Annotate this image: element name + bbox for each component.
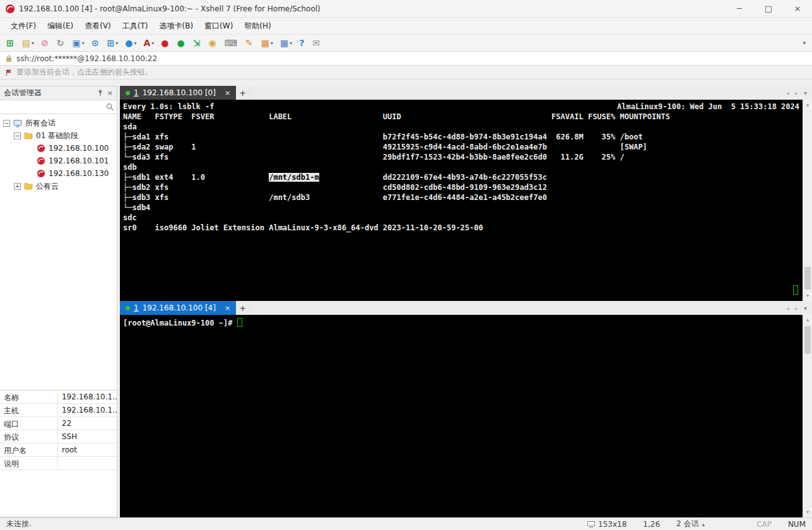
session-search-input[interactable] [3, 102, 106, 113]
property-label: 说明 [0, 457, 58, 469]
dropdown-arrow-icon: ▾ [82, 40, 85, 46]
layout-button[interactable]: ▦▾ [278, 37, 295, 49]
connected-dot-icon [126, 91, 130, 95]
lock-screen-button[interactable]: ◉ [206, 37, 220, 49]
tree-item-session[interactable]: 192.168.10.101 [0, 155, 117, 167]
tree-item-label: 所有会话 [25, 118, 56, 129]
watch-header: Every 1.0s: lsblk -f AlmaLinux9-100: Wed… [120, 100, 812, 112]
scroll-down-icon[interactable]: ▼ [803, 292, 812, 300]
menu-view[interactable]: 查看(V) [79, 18, 117, 34]
scroll-up-icon[interactable]: ▲ [803, 100, 812, 109]
tab-scroll-left-icon[interactable]: ◂ [786, 305, 789, 312]
tab-scroll-right-icon[interactable]: ▸ [795, 305, 798, 312]
new-session-button[interactable]: ⊞ [4, 37, 18, 49]
menu-tools[interactable]: 工具(T) [117, 18, 154, 34]
toolbar-overflow-button[interactable]: ▾ [803, 40, 808, 46]
toolbar-glyph-icon: ⊞ [107, 38, 114, 47]
scroll-down-icon[interactable]: ▼ [803, 508, 812, 517]
virtual-keyboard-button[interactable]: ⌨ [222, 37, 241, 49]
sessions-popup-icon[interactable]: ▴ [702, 521, 705, 527]
tab-label: 192.168.10.100 [0] [143, 88, 216, 97]
search-icon[interactable] [106, 103, 114, 111]
menu-help[interactable]: 帮助(H) [238, 18, 276, 34]
xshell-button[interactable]: ● [158, 37, 172, 49]
pin-icon[interactable] [97, 90, 103, 97]
tab-list-dropdown-icon[interactable]: ▾ [804, 90, 807, 97]
tab-number: 1 [134, 303, 139, 312]
property-label: 主机 [0, 404, 58, 416]
disconnect-button[interactable]: ⊘ [38, 37, 52, 49]
scrollbar-thumb[interactable] [804, 267, 811, 290]
address-bar: ssh://root:******@192.168.10.100:22 [0, 52, 812, 66]
tree-item-session[interactable]: 192.168.10.130 [0, 167, 117, 180]
font-button[interactable]: A▾ [141, 37, 156, 49]
property-row: 用户名 root [0, 444, 117, 457]
reconnect-button[interactable]: ↻ [54, 37, 68, 49]
tab-scroll-left-icon[interactable]: ◂ [786, 90, 789, 97]
terminal-cursor [237, 318, 242, 327]
menu-file[interactable]: 文件(F) [5, 18, 42, 34]
feedback-button[interactable]: ✉ [310, 37, 324, 49]
compose-button[interactable]: ✎ [243, 37, 257, 49]
tab-close-icon[interactable]: × [220, 89, 230, 97]
folder-icon [24, 132, 33, 139]
tree-expander-icon[interactable]: − [14, 132, 21, 139]
tree-item-folder-basic[interactable]: − 01 基础阶段 [0, 129, 117, 142]
terminal-top[interactable]: Every 1.0s: lsblk -f AlmaLinux9-100: Wed… [120, 100, 812, 301]
toolbar-glyph-icon: ▣ [72, 38, 80, 47]
property-value: root [58, 444, 117, 456]
scroll-up-icon[interactable]: ▲ [803, 315, 812, 324]
tab-list-dropdown-icon[interactable]: ▾ [804, 305, 807, 312]
caps-lock-indicator: CAP [756, 520, 772, 529]
selection-highlight: /mnt/sdb1-m [269, 173, 319, 182]
tree-expander-icon[interactable]: + [14, 183, 21, 190]
property-label: 用户名 [0, 444, 58, 456]
scrollbar-bottom[interactable]: ▲ ▼ [803, 315, 812, 517]
maximize-button[interactable]: □ [754, 0, 783, 17]
find-button[interactable]: ⊙ [89, 37, 103, 49]
new-tab-button[interactable]: + [236, 301, 250, 315]
send-to-all-button[interactable]: ▦▾ [259, 37, 276, 49]
minimize-button[interactable]: ─ [725, 0, 754, 17]
tree-item-folder-cloud[interactable]: + 公有云 [0, 180, 117, 192]
open-session-button[interactable]: ▤▾ [20, 37, 37, 49]
toolbar-glyph-icon: ✉ [312, 38, 320, 47]
tree-item-label: 192.168.10.101 [49, 156, 109, 165]
panel-close-icon[interactable]: × [107, 89, 113, 97]
watch-command: Every 1.0s: lsblk -f [123, 102, 215, 112]
web-tools-button[interactable]: ●▾ [122, 37, 139, 49]
scrollbar-thumb[interactable] [804, 326, 811, 354]
info-bar: 要添加当前会话，点击左侧的箭头按钮。 [0, 66, 812, 80]
dropdown-arrow-icon: ▾ [271, 40, 273, 46]
tab-session-top[interactable]: 1 192.168.10.100 [0] × [120, 86, 236, 100]
tree-expander-icon[interactable]: − [3, 120, 10, 127]
watch-host-time: AlmaLinux9-100: Wed Jun 5 15:33:18 2024 [617, 102, 799, 112]
terminal-bottom[interactable]: [root@AlmaLinux9-100 ~]# ▲ ▼ [120, 315, 812, 517]
app-logo-icon [5, 4, 15, 14]
menu-tabs[interactable]: 选项卡(B) [154, 18, 199, 34]
terminal-line: ├─sdb2 xfs cd50d802-cdb6-48bd-9109-963e2… [120, 182, 812, 192]
tab-close-icon[interactable]: × [220, 304, 230, 312]
new-window-button[interactable]: ⊞▾ [104, 37, 121, 49]
menu-edit[interactable]: 编辑(E) [42, 18, 79, 34]
tree-item-all-sessions[interactable]: − 所有会话 [0, 117, 117, 129]
tab-session-bottom[interactable]: 1 192.168.10.100 [4] × [120, 301, 236, 315]
menu-window[interactable]: 窗口(W) [199, 18, 238, 34]
session-dialog-button[interactable]: ▣▾ [69, 37, 86, 49]
help-button[interactable]: ? [297, 37, 308, 49]
menu-bar: 文件(F) 编辑(E) 查看(V) 工具(T) 选项卡(B) 窗口(W) 帮助(… [0, 18, 812, 34]
session-count-indicator[interactable]: 2 会话 ▴ [676, 519, 705, 529]
tab-label: 192.168.10.100 [4] [143, 303, 216, 312]
address-url[interactable]: ssh://root:******@192.168.10.100:22 [16, 54, 157, 63]
toolbar-glyph-icon: ? [299, 38, 304, 47]
fullscreen-button[interactable]: ⇲ [191, 37, 204, 49]
tab-scroll-right-icon[interactable]: ▸ [795, 90, 798, 97]
xftp-transfer-button[interactable]: ● [175, 37, 189, 49]
toolbar-glyph-icon: ● [177, 38, 185, 47]
scrollbar-top[interactable]: ▲ ▼ [803, 100, 812, 301]
session-icon [37, 144, 45, 153]
new-tab-button[interactable]: + [236, 86, 250, 100]
tree-item-session[interactable]: 192.168.10.100 [0, 142, 117, 155]
property-label: 端口 [0, 417, 58, 430]
close-button[interactable]: × [783, 0, 812, 17]
